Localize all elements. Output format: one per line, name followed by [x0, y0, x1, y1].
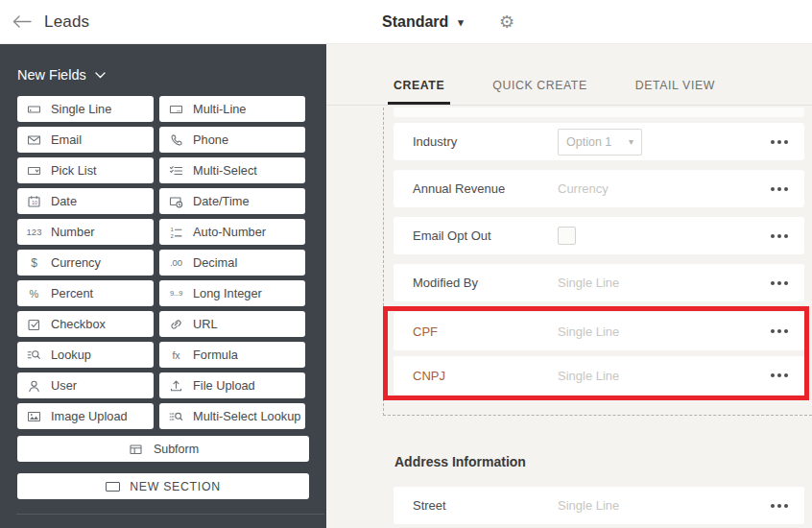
checkbox-control[interactable] — [558, 227, 576, 245]
field-button-decimal[interactable]: .00 Decimal — [159, 250, 305, 276]
field-button-url[interactable]: URL — [159, 311, 305, 337]
decimal-icon: .00 — [168, 257, 184, 268]
field-button-formula[interactable]: fx Formula — [159, 342, 305, 368]
field-row-modified-by[interactable]: Modified By Single Line — [394, 264, 804, 301]
date-time-icon — [168, 195, 184, 208]
file-upload-icon — [168, 379, 184, 393]
formula-icon: fx — [168, 349, 184, 361]
address-information-section: Address Information Street Single Line — [383, 416, 812, 524]
user-icon — [26, 379, 42, 393]
more-options-icon[interactable] — [771, 136, 788, 148]
percent-icon: % — [26, 288, 42, 300]
field-label: Street — [413, 498, 558, 513]
url-icon — [168, 318, 184, 331]
back-arrow-icon[interactable] — [12, 15, 32, 28]
industry-picklist[interactable]: Option 1 ▾ — [558, 129, 642, 156]
gear-icon[interactable]: ⚙ — [499, 0, 514, 44]
field-button-percent[interactable]: % Percent — [17, 280, 154, 306]
field-button-user[interactable]: User — [17, 372, 154, 398]
view-tabs: CREATE QUICK CREATE DETAIL VIEW — [326, 44, 812, 106]
section-title: Address Information — [394, 454, 804, 469]
field-button-image-upload[interactable]: Image Upload — [17, 403, 154, 429]
svg-text:2: 2 — [171, 232, 175, 238]
currency-icon: $ — [26, 256, 42, 270]
field-button-email[interactable]: Email — [17, 127, 154, 153]
layout-canvas: CREATE QUICK CREATE DETAIL VIEW Industry… — [326, 44, 812, 528]
scrolled-row-partial — [394, 108, 804, 117]
field-placeholder: Single Line — [558, 276, 619, 290]
field-label: Modified By — [413, 276, 558, 290]
subform-button[interactable]: Subform — [17, 436, 309, 462]
lookup-icon — [26, 348, 42, 362]
svg-text:10: 10 — [32, 200, 37, 205]
auto-number-icon: 12 — [168, 226, 184, 239]
highlight-box: CPF Single Line CNPJ Single Line — [383, 306, 809, 400]
form-content: Industry Option 1 ▾ Annual Revenue Curre… — [326, 108, 812, 524]
top-header: Leads Standard ▾ ⚙ — [0, 0, 812, 44]
multi-line-icon — [168, 103, 184, 116]
field-placeholder: Single Line — [558, 369, 619, 383]
field-button-multi-select[interactable]: Multi-Select — [159, 157, 305, 183]
field-placeholder: Single Line — [558, 498, 619, 513]
subform-icon — [128, 443, 144, 456]
field-button-number[interactable]: 123 Number — [17, 219, 154, 245]
phone-icon — [168, 133, 184, 147]
multi-select-lookup-icon — [168, 410, 184, 423]
svg-text:1: 1 — [171, 227, 175, 232]
checkbox-icon — [26, 318, 42, 331]
field-placeholder: Single Line — [558, 324, 619, 339]
field-row-email-opt-out[interactable]: Email Opt Out — [394, 217, 804, 254]
more-options-icon[interactable] — [771, 325, 788, 337]
field-row-cpf[interactable]: CPF Single Line — [394, 312, 804, 350]
caret-down-icon: ▾ — [629, 136, 633, 147]
new-section-icon — [106, 482, 120, 492]
number-icon: 123 — [26, 227, 42, 237]
field-label: CPF — [413, 324, 558, 339]
field-label: Industry — [413, 134, 558, 149]
field-button-multi-select-lookup[interactable]: Multi-Select Lookup — [159, 403, 305, 429]
more-options-icon[interactable] — [771, 500, 788, 512]
field-button-pick-list[interactable]: Pick List — [17, 157, 154, 183]
new-fields-sidebar: New Fields Single Line Multi-Line Email … — [0, 44, 326, 528]
chevron-down-icon — [95, 72, 106, 79]
long-integer-icon: 9...9 — [168, 289, 184, 298]
date-icon: 10 — [26, 195, 42, 208]
tab-create[interactable]: CREATE — [388, 79, 450, 105]
field-row-cnpj[interactable]: CNPJ Single Line — [394, 356, 804, 395]
more-options-icon[interactable] — [771, 277, 788, 289]
field-row-street[interactable]: Street Single Line — [394, 487, 804, 524]
field-row-industry[interactable]: Industry Option 1 ▾ — [394, 123, 804, 160]
field-button-phone[interactable]: Phone — [159, 127, 305, 153]
tab-detail-view[interactable]: DETAIL VIEW — [630, 79, 721, 105]
more-options-icon[interactable] — [771, 230, 788, 242]
new-fields-header[interactable]: New Fields — [17, 67, 309, 83]
field-button-lookup[interactable]: Lookup — [17, 342, 154, 368]
email-icon — [26, 133, 42, 147]
more-options-icon[interactable] — [771, 183, 788, 195]
field-label: Email Opt Out — [413, 228, 558, 243]
field-button-checkbox[interactable]: Checkbox — [17, 311, 154, 337]
field-button-long-integer[interactable]: 9...9 Long Integer — [159, 280, 305, 306]
field-button-date-time[interactable]: Date/Time — [159, 188, 305, 214]
sidebar-divider — [16, 514, 324, 515]
field-button-auto-number[interactable]: 12 Auto-Number — [159, 219, 305, 245]
field-button-file-upload[interactable]: File Upload — [159, 372, 305, 398]
multi-select-icon — [168, 164, 184, 178]
layout-selector-dropdown[interactable]: Standard ▾ — [382, 0, 464, 44]
tab-quick-create[interactable]: QUICK CREATE — [487, 79, 593, 105]
picklist-value: Option 1 — [566, 135, 611, 149]
new-section-button[interactable]: NEW SECTION — [17, 473, 309, 499]
single-line-icon — [26, 103, 42, 116]
layout-selector-label: Standard — [382, 13, 448, 31]
field-button-date[interactable]: 10 Date — [17, 188, 154, 214]
field-button-single-line[interactable]: Single Line — [17, 96, 154, 122]
field-type-grid: Single Line Multi-Line Email Phone Pick … — [17, 96, 309, 429]
field-button-multi-line[interactable]: Multi-Line — [159, 96, 305, 122]
layout-editor: Leads Standard ▾ ⚙ New Fields Single Lin… — [0, 0, 812, 528]
caret-down-icon: ▾ — [458, 16, 464, 29]
more-options-icon[interactable] — [771, 370, 788, 381]
field-button-currency[interactable]: $ Currency — [17, 250, 154, 276]
field-row-annual-revenue[interactable]: Annual Revenue Currency — [394, 170, 804, 207]
image-upload-icon — [26, 410, 42, 423]
field-label: Annual Revenue — [413, 181, 558, 196]
